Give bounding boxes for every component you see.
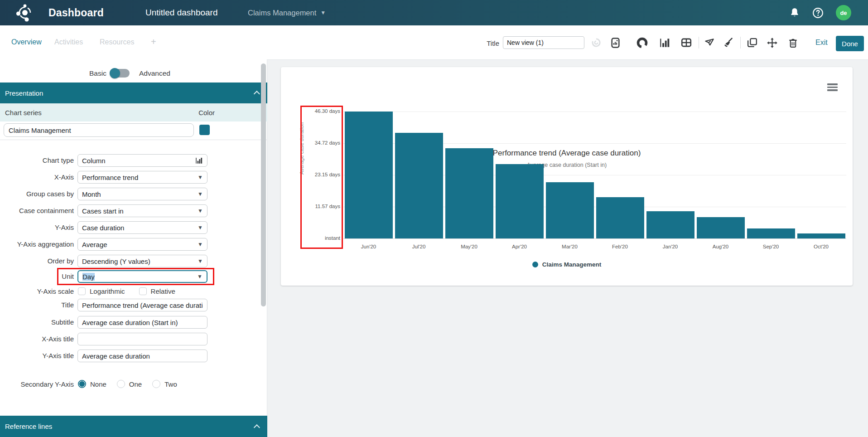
chevron-down-icon: ▼ <box>198 241 203 248</box>
settings-panel: Basic Advanced Presentation Chart series… <box>0 59 267 437</box>
field-y-axis-title: Y-Axis title <box>0 350 217 362</box>
dashboard-name[interactable]: Untitled dashboard <box>145 0 218 25</box>
toolbar-separator <box>740 37 741 49</box>
secondary-none-label: None <box>90 380 106 388</box>
order-by-value: Descending (Y values) <box>82 257 195 265</box>
trash-icon[interactable] <box>785 34 801 51</box>
relative-checkbox[interactable] <box>139 287 147 295</box>
y-aggregation-value: Average <box>82 241 195 248</box>
bar-Jan'20[interactable] <box>646 211 694 238</box>
bar-Oct'20[interactable] <box>797 233 845 238</box>
series-name-input[interactable] <box>4 123 194 137</box>
user-avatar[interactable]: de <box>836 5 851 20</box>
x-tick-label: Mar'20 <box>545 244 595 249</box>
view-title-input[interactable] <box>503 36 584 49</box>
y-axis-label: Y-Axis <box>0 223 74 231</box>
chart-type-select[interactable]: Column <box>77 154 207 167</box>
secondary-one-radio[interactable] <box>117 380 125 388</box>
panel-scrollbar[interactable] <box>261 63 266 306</box>
x-tick-label: May'20 <box>444 244 494 249</box>
exit-button[interactable]: Exit <box>815 39 828 47</box>
copy-icon[interactable] <box>744 34 760 51</box>
bar-May'20[interactable] <box>445 148 493 238</box>
x-axis-title-input[interactable] <box>77 333 207 345</box>
y-aggregation-label: Y-Axis aggregation <box>0 240 74 248</box>
x-axis-label: X-Axis <box>0 173 74 181</box>
column-chart-icon <box>195 156 203 165</box>
x-tick-label: Feb'20 <box>595 244 645 249</box>
broom-icon[interactable] <box>720 34 737 51</box>
view-title-label: Title <box>481 39 499 47</box>
y-tick-label: 46.30 days <box>315 108 340 114</box>
order-by-select[interactable]: Descending (Y values) ▼ <box>77 255 207 267</box>
tab-resources[interactable]: Resources <box>100 38 134 46</box>
chart-type-value: Column <box>82 157 195 165</box>
y-aggregation-select[interactable]: Average ▼ <box>77 238 207 251</box>
bar-Jul'20[interactable] <box>395 133 443 238</box>
y-axis-select[interactable]: Case duration ▼ <box>77 221 207 234</box>
done-button[interactable]: Done <box>836 36 864 51</box>
field-x-axis-title: X-Axis title <box>0 333 217 345</box>
bar-Sep'20[interactable] <box>747 228 795 238</box>
title-field-label: Title <box>0 301 74 309</box>
bar-Jun'20[interactable] <box>345 112 393 238</box>
app-logo-icon[interactable] <box>15 0 35 25</box>
tab-overview[interactable]: Overview <box>11 38 42 46</box>
x-axis-select[interactable]: Performance trend ▼ <box>77 171 207 184</box>
table-icon[interactable] <box>678 34 694 51</box>
tab-activities[interactable]: Activities <box>54 38 83 46</box>
secondary-two-label: Two <box>164 380 177 388</box>
notifications-bell-icon[interactable] <box>789 0 800 25</box>
chart-menu-icon[interactable] <box>827 83 838 92</box>
x-tick-label: Sep'20 <box>746 244 796 249</box>
top-navbar: Dashboard Untitled dashboard Claims Mana… <box>0 0 868 25</box>
bar-Mar'20[interactable] <box>546 182 594 238</box>
publish-icon[interactable] <box>701 34 718 51</box>
subtitle-input[interactable] <box>77 316 207 329</box>
bar-Feb'20[interactable] <box>596 197 644 238</box>
secondary-none-radio[interactable] <box>78 380 86 388</box>
presentation-section-header[interactable]: Presentation <box>0 83 267 103</box>
reference-lines-section-header[interactable]: Reference lines <box>0 416 267 437</box>
bar-chart-icon[interactable] <box>656 34 673 51</box>
logarithmic-checkbox[interactable] <box>78 287 86 295</box>
donut-chart-icon[interactable] <box>634 34 650 51</box>
x-tick-label: Jun'20 <box>343 244 394 249</box>
help-icon[interactable] <box>812 0 824 25</box>
secondary-two-radio[interactable] <box>152 380 160 388</box>
chevron-down-icon: ▼ <box>198 191 203 197</box>
group-by-select[interactable]: Month ▼ <box>77 188 207 200</box>
containment-select[interactable]: Cases start in ▼ <box>77 204 207 217</box>
y-axis-title-input[interactable] <box>77 350 207 362</box>
chart-series-label: Chart series <box>5 109 42 117</box>
dataset-selector[interactable]: Claims Management ▼ <box>248 0 326 25</box>
field-y-aggregation: Y-Axis aggregation Average ▼ <box>0 238 217 251</box>
x-tick-label: Jan'20 <box>645 244 695 249</box>
field-subtitle: Subtitle <box>0 316 217 329</box>
add-tab-button[interactable]: + <box>151 37 156 47</box>
legend-marker <box>532 262 538 267</box>
y-axis-ticks: 46.30 days34.72 days23.15 days11.57 days… <box>300 112 341 238</box>
group-by-label: Group cases by <box>0 190 74 198</box>
chevron-down-icon: ▼ <box>197 273 203 280</box>
x-axis-title-label: X-Axis title <box>0 335 74 343</box>
chart-series-header-row: Chart series Color <box>0 103 267 121</box>
basic-label: Basic <box>89 69 106 78</box>
gauge-icon[interactable] <box>588 34 604 51</box>
series-color-swatch[interactable] <box>199 125 210 135</box>
field-x-axis: X-Axis Performance trend ▼ <box>0 171 217 184</box>
y-axis-value: Case duration <box>82 224 195 232</box>
x-tick-label: Jul'20 <box>394 244 444 249</box>
kpi-card-icon[interactable] <box>607 34 623 51</box>
field-unit: Unit Day ▼ <box>0 270 217 283</box>
x-tick-label: Apr'20 <box>494 244 545 249</box>
move-icon[interactable] <box>764 34 780 51</box>
bar-Aug'20[interactable] <box>697 217 745 238</box>
basic-advanced-toggle[interactable] <box>110 69 130 78</box>
containment-value: Cases start in <box>82 207 195 215</box>
unit-select[interactable]: Day ▼ <box>77 270 207 283</box>
legend-label[interactable]: Claims Management <box>542 261 602 268</box>
title-input[interactable] <box>77 299 207 311</box>
bar-Apr'20[interactable] <box>496 164 544 238</box>
y-tick-label: 34.72 days <box>315 140 340 146</box>
